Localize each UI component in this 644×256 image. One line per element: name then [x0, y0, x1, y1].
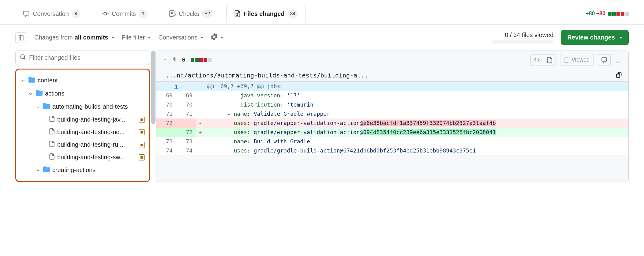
tree-folder-content[interactable]: content — [19, 74, 146, 87]
caret-down-icon — [148, 37, 151, 39]
files-viewed: 0 / 34 files viewed — [492, 32, 553, 43]
diffstat-squares — [608, 12, 629, 16]
diff-panel: 6 Viewed … ...n — [156, 51, 629, 182]
tab-label: Files changed — [244, 10, 284, 17]
file-menu-kebab[interactable]: … — [615, 56, 622, 64]
collapse-toggle[interactable] — [163, 57, 167, 63]
expand-all-icon[interactable] — [172, 56, 178, 63]
file-filter-dropdown[interactable]: File filter — [122, 34, 151, 41]
sidebar-scrollbar[interactable] — [151, 51, 155, 179]
tab-label: Checks — [179, 10, 199, 17]
diff-line[interactable]: 6969 java-version: '17' — [156, 91, 628, 100]
tree-folder-actions[interactable]: actions — [19, 87, 146, 100]
filter-input[interactable] — [29, 54, 145, 61]
tab-count: 34 — [288, 9, 298, 18]
tree-folder-creating[interactable]: creating-actions — [19, 164, 146, 177]
tab-conversation[interactable]: Conversation 4 — [15, 5, 88, 23]
folder-icon — [28, 76, 35, 85]
rendered-view-button[interactable] — [543, 54, 556, 66]
file-icon — [49, 141, 55, 149]
file-tree-sidebar: content actions automating-builds-and-te… — [15, 51, 150, 182]
diff-hunk-header[interactable]: @@ -69,7 +69,7 @@ jobs: — [156, 82, 628, 91]
tree-file[interactable]: building-and-testing-ru... — [19, 138, 146, 151]
caret-down-icon — [200, 37, 204, 39]
expand-up-icon — [156, 82, 196, 91]
deletions-count: −80 — [596, 10, 605, 17]
folder-icon — [43, 166, 50, 174]
changes-from-dropdown[interactable]: Changes from all commits — [34, 34, 114, 41]
tab-label: Commits — [112, 10, 136, 17]
folder-icon — [43, 103, 50, 111]
diffstat-squares — [191, 58, 212, 62]
chevron-down-icon — [35, 168, 41, 172]
tab-count: 1 — [139, 9, 148, 18]
source-view-button[interactable] — [530, 54, 543, 66]
additions-count: +80 — [586, 10, 595, 17]
chevron-down-icon — [21, 78, 26, 83]
caret-down-icon — [619, 37, 622, 39]
file-icon — [49, 153, 55, 161]
tab-count: 4 — [72, 9, 80, 18]
diff-body: @@ -69,7 +69,7 @@ jobs: 6969 java-versio… — [156, 82, 628, 155]
diff-line[interactable]: 72- uses: gradle/wrapper-validation-acti… — [156, 119, 628, 128]
file-filter-box[interactable] — [15, 51, 150, 65]
diff-file-path-row: ...nt/actions/automating-builds-and-test… — [156, 69, 628, 82]
checklist-icon — [169, 10, 176, 17]
diff-change-count: 6 — [182, 57, 185, 63]
copy-path-button[interactable] — [616, 72, 622, 79]
checkbox-icon — [564, 58, 569, 62]
diff-line[interactable]: 7373 - name: Build with Gradle — [156, 137, 628, 146]
modified-badge — [139, 142, 145, 148]
diffstat-summary: +80 −80 — [586, 10, 629, 17]
diff-line[interactable]: 7070 distribution: 'temurin' — [156, 100, 628, 109]
file-diff-icon — [234, 10, 241, 17]
tree-file[interactable]: building-and-testing-sw... — [19, 151, 146, 164]
file-icon — [49, 116, 55, 123]
diff-file-header-1: 6 Viewed … — [156, 51, 628, 69]
tree-file[interactable]: building-and-testing-jav... — [19, 113, 146, 126]
diff-file-path[interactable]: ...nt/actions/automating-builds-and-test… — [163, 72, 612, 79]
modified-badge — [139, 117, 145, 123]
modified-badge — [139, 154, 145, 160]
modified-badge — [139, 129, 145, 135]
gear-icon — [211, 33, 218, 42]
tree-folder-automating[interactable]: automating-builds-and-tests — [19, 100, 146, 113]
tab-files-changed[interactable]: Files changed 34 — [226, 5, 305, 23]
progress-bar — [492, 40, 553, 43]
commit-icon — [102, 10, 109, 17]
view-mode-group — [530, 54, 556, 66]
tab-commits[interactable]: Commits 1 — [94, 5, 155, 23]
conversations-dropdown[interactable]: Conversations — [158, 34, 204, 41]
viewed-checkbox[interactable]: Viewed — [560, 54, 593, 66]
tab-label: Conversation — [33, 10, 69, 17]
tab-checks[interactable]: Checks 52 — [161, 5, 220, 23]
tab-count: 52 — [202, 9, 212, 18]
file-tree-outline: content actions automating-builds-and-te… — [15, 69, 150, 182]
search-icon — [20, 54, 26, 62]
chevron-down-icon — [28, 92, 33, 96]
tree-file[interactable]: building-and-testing-no... — [19, 126, 146, 138]
caret-down-icon — [111, 37, 114, 39]
comment-button[interactable] — [598, 54, 611, 66]
caret-down-icon — [221, 37, 224, 39]
chevron-down-icon — [35, 105, 41, 109]
comment-icon — [23, 10, 30, 17]
sidebar-toggle-button[interactable] — [15, 32, 27, 43]
file-icon — [49, 128, 55, 136]
folder-icon — [36, 89, 43, 98]
diff-line[interactable]: 72+ uses: gradle/wrapper-validation-acti… — [156, 128, 628, 137]
review-changes-button[interactable]: Review changes — [561, 30, 629, 45]
diff-line[interactable]: 7474 uses: gradle/gradle-build-action@67… — [156, 146, 628, 155]
settings-dropdown[interactable] — [211, 33, 224, 42]
diff-toolbar: Changes from all commits File filter Con… — [0, 24, 644, 51]
pr-tabs: Conversation 4 Commits 1 Checks 52 Files… — [0, 0, 644, 24]
diff-line[interactable]: 7171 - name: Validate Gradle wrapper — [156, 109, 628, 119]
